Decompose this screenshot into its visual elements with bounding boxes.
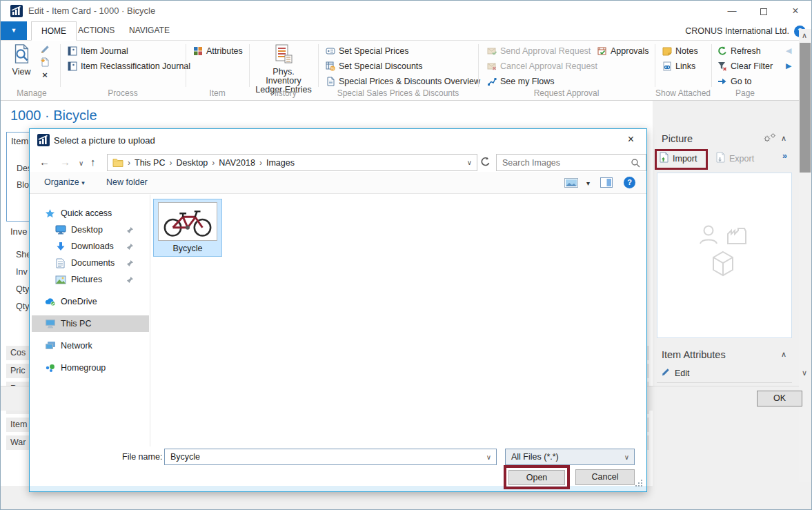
item-attributes-title: Item Attributes bbox=[662, 349, 726, 360]
new-folder-button[interactable]: New folder bbox=[106, 177, 148, 187]
tab-navigate[interactable]: NAVIGATE bbox=[119, 21, 179, 41]
approvals-button[interactable]: Approvals bbox=[597, 44, 649, 58]
sidebar-item-homegroup[interactable]: Homegroup bbox=[32, 360, 149, 376]
scroll-down-icon[interactable]: ∨ bbox=[802, 369, 807, 377]
pin-icon[interactable] bbox=[126, 226, 134, 234]
notes-icon bbox=[662, 46, 672, 57]
chevron-down-icon[interactable]: ∨ bbox=[482, 453, 496, 461]
export-icon bbox=[715, 152, 726, 165]
nav-next-icon[interactable]: ▶ bbox=[786, 61, 791, 70]
ribbon-group-manage: View × Manage bbox=[3, 41, 60, 100]
organize-button[interactable]: Organize ▾ bbox=[44, 177, 85, 187]
file-name-combo[interactable]: ∨ bbox=[164, 449, 497, 465]
dialog-close-button[interactable]: × bbox=[615, 129, 646, 150]
export-button[interactable]: Export bbox=[715, 152, 754, 165]
gears-icon[interactable] bbox=[762, 133, 777, 146]
desktop-icon bbox=[55, 225, 66, 235]
refresh-button[interactable]: Refresh bbox=[717, 44, 761, 58]
minimize-button[interactable]: — bbox=[716, 1, 748, 21]
pin-icon[interactable] bbox=[126, 276, 134, 284]
address-bar[interactable]: › This PC › Desktop › NAV2018 › Images ∨ bbox=[107, 154, 477, 171]
sidebar-item-documents[interactable]: Documents bbox=[32, 255, 149, 271]
send-approval-request-button[interactable]: Send Approval Request bbox=[486, 44, 591, 58]
resize-grip[interactable] bbox=[635, 480, 642, 487]
attributes-button[interactable]: Attributes bbox=[192, 44, 243, 58]
network-icon bbox=[44, 341, 56, 351]
breadcrumb-nav2018[interactable]: NAV2018 bbox=[215, 158, 259, 168]
up-icon[interactable]: ↑ bbox=[90, 156, 96, 168]
notes-button[interactable]: Notes bbox=[662, 44, 698, 58]
sidebar-item-network[interactable]: Network bbox=[32, 337, 149, 354]
search-box[interactable] bbox=[496, 154, 646, 171]
close-button[interactable]: × bbox=[780, 1, 811, 21]
sidebar-item-onedrive[interactable]: OneDrive bbox=[32, 293, 149, 310]
forward-icon[interactable]: → bbox=[60, 156, 70, 168]
journal-icon bbox=[67, 61, 77, 72]
goto-button[interactable]: Go to bbox=[717, 75, 752, 88]
preview-pane-icon[interactable] bbox=[600, 177, 613, 190]
dialog-help-icon[interactable]: ? bbox=[624, 177, 635, 188]
breadcrumb-desktop[interactable]: Desktop bbox=[172, 158, 212, 168]
scrollbar-thumb[interactable] bbox=[800, 43, 811, 173]
edit-attributes-button[interactable]: Edit bbox=[661, 368, 690, 379]
pin-icon[interactable] bbox=[126, 243, 134, 251]
ribbon-group-special-prices: Set Special Prices % Set Special Discoun… bbox=[318, 41, 478, 100]
maximize-button[interactable] bbox=[748, 1, 780, 21]
recent-locations-icon[interactable]: ∨ bbox=[74, 159, 88, 167]
downloads-icon bbox=[55, 242, 66, 251]
file-name-input[interactable] bbox=[165, 452, 482, 462]
edit-icon[interactable] bbox=[39, 44, 50, 55]
clear-filter-button[interactable]: Clear Filter bbox=[717, 59, 773, 73]
collapse-picture-icon[interactable]: ∧ bbox=[781, 134, 786, 143]
set-special-prices-button[interactable]: Set Special Prices bbox=[325, 44, 408, 58]
nav-app-icon bbox=[37, 134, 50, 148]
delete-icon[interactable]: × bbox=[39, 69, 50, 80]
scroll-up-icon[interactable]: ∧ bbox=[802, 31, 807, 40]
more-actions-icon[interactable]: » bbox=[782, 151, 787, 161]
view-mode-caret-icon[interactable]: ▾ bbox=[582, 179, 595, 187]
cancel-approval-request-button[interactable]: Cancel Approval Request bbox=[486, 59, 597, 73]
price-card-icon bbox=[325, 46, 335, 57]
view-mode-icon[interactable] bbox=[564, 178, 578, 190]
set-special-discounts-button[interactable]: % Set Special Discounts bbox=[325, 59, 423, 73]
file-item-bycycle[interactable]: Bycycle bbox=[153, 199, 222, 257]
nav-previous-icon[interactable]: ◀ bbox=[786, 46, 791, 55]
sidebar-item-downloads[interactable]: Downloads bbox=[32, 238, 149, 255]
inventory-fasttab-caption[interactable]: Inve bbox=[10, 226, 28, 237]
ribbon-tab-row: ▼ HOME ACTIONS NAVIGATE CRONUS Internati… bbox=[1, 21, 811, 41]
ok-button[interactable]: OK bbox=[757, 391, 802, 406]
new-document-icon[interactable] bbox=[39, 57, 50, 68]
back-icon[interactable]: ← bbox=[39, 156, 50, 168]
refresh-address-icon[interactable] bbox=[480, 157, 491, 169]
tab-actions[interactable]: ACTIONS bbox=[68, 21, 124, 41]
item-fasttab-caption[interactable]: Item bbox=[11, 136, 28, 146]
sidebar-item-this-pc[interactable]: This PC bbox=[32, 315, 149, 332]
search-input[interactable] bbox=[497, 158, 631, 168]
breadcrumb-this-pc[interactable]: This PC bbox=[130, 158, 169, 168]
file-open-dialog: Select a picture to upload × ← → ∨ ↑ › T… bbox=[29, 128, 647, 492]
item-journal-button[interactable]: Item Journal bbox=[67, 44, 128, 58]
application-menu-button[interactable]: ▼ bbox=[1, 21, 27, 40]
address-dropdown-icon[interactable]: ∨ bbox=[462, 159, 477, 166]
page-title: 1000 · Bicycle bbox=[10, 108, 97, 124]
special-prices-discounts-overview-button[interactable]: Special Prices & Discounts Overview bbox=[325, 75, 480, 88]
picture-placeholder-box bbox=[657, 173, 792, 338]
view-button[interactable]: View bbox=[6, 43, 37, 77]
pin-icon[interactable] bbox=[126, 259, 134, 267]
collapse-attributes-icon[interactable]: ∧ bbox=[781, 350, 786, 359]
vertical-scrollbar[interactable]: ∧ ∨ bbox=[799, 29, 811, 482]
see-my-flows-button[interactable]: See my Flows bbox=[486, 75, 555, 88]
sidebar-item-desktop[interactable]: Desktop bbox=[32, 222, 149, 238]
file-type-combo[interactable]: All Files (*.*) ∨ bbox=[505, 449, 635, 465]
sidebar-item-quick-access[interactable]: Quick access bbox=[32, 205, 149, 222]
sidebar-item-pictures[interactable]: Pictures bbox=[32, 271, 149, 288]
send-approval-icon bbox=[486, 46, 497, 57]
links-button[interactable]: Links bbox=[662, 59, 695, 73]
item-reclassification-journal-button[interactable]: Item Reclassification Journal bbox=[67, 59, 190, 73]
breadcrumb-images[interactable]: Images bbox=[262, 158, 299, 168]
homegroup-icon bbox=[44, 363, 56, 373]
phys-inventory-ledger-entries-button[interactable]: Phys. Inventory Ledger Entries bbox=[255, 43, 313, 95]
quick-access-star-icon bbox=[44, 208, 56, 219]
cancel-button[interactable]: Cancel bbox=[575, 469, 635, 485]
field-label-inventory: Inv bbox=[16, 267, 28, 277]
